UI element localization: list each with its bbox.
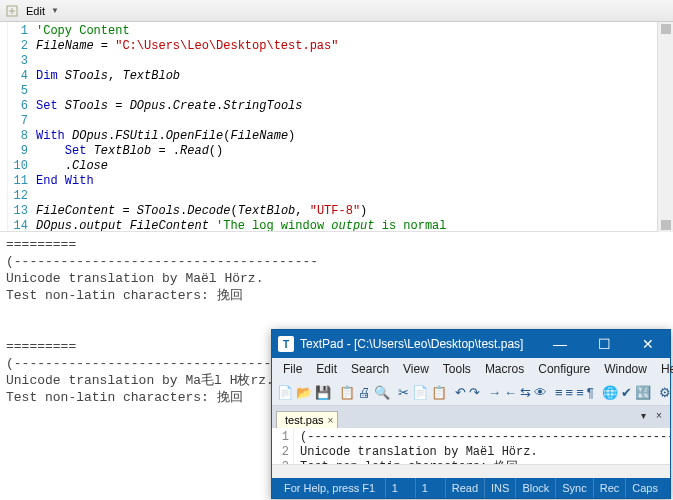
- toolbar-button[interactable]: 👁: [533, 383, 548, 403]
- tab-dropdown-icon[interactable]: ▾: [636, 408, 650, 422]
- code-area[interactable]: 'Copy ContentFileName = "C:\Users\Leo\De…: [32, 22, 673, 231]
- toolbar-button[interactable]: ⚙: [658, 383, 670, 403]
- toolbar-button[interactable]: ✂: [397, 383, 410, 403]
- menu-help[interactable]: Help: [654, 360, 673, 378]
- close-button[interactable]: ✕: [626, 330, 670, 358]
- toolbar-button[interactable]: ¶: [586, 383, 595, 403]
- status-sync: Sync: [555, 478, 592, 498]
- toolbar-button[interactable]: 🔣: [634, 383, 652, 403]
- chevron-down-icon[interactable]: ▼: [51, 6, 59, 15]
- menu-view[interactable]: View: [396, 360, 436, 378]
- toolbar-button[interactable]: 🖨: [357, 383, 372, 403]
- tab-close-all-icon[interactable]: ×: [652, 408, 666, 422]
- tab-label: test.pas: [285, 414, 324, 426]
- toolbar-button[interactable]: 📋: [338, 383, 356, 403]
- status-read: Read: [445, 478, 484, 498]
- textpad-title-text: TextPad - [C:\Users\Leo\Desktop\test.pas…: [300, 337, 523, 351]
- toolbar-button[interactable]: ≡: [565, 383, 575, 403]
- toolbar-button[interactable]: ←: [503, 383, 518, 403]
- toolbar-button[interactable]: ✔: [620, 383, 633, 403]
- toolbar-button[interactable]: ↷: [468, 383, 481, 403]
- editor-margin: [0, 22, 8, 231]
- textpad-tab[interactable]: test.pas ×: [276, 411, 338, 428]
- menu-search[interactable]: Search: [344, 360, 396, 378]
- toolbar-button[interactable]: ≡: [575, 383, 585, 403]
- menu-tools[interactable]: Tools: [436, 360, 478, 378]
- toolbar-button[interactable]: ↶: [454, 383, 467, 403]
- status-block: Block: [515, 478, 555, 498]
- textpad-line-numbers: 12345: [272, 428, 294, 464]
- status-ins: INS: [484, 478, 515, 498]
- maximize-button[interactable]: ☐: [582, 330, 626, 358]
- toolbar-button[interactable]: ≡: [554, 383, 564, 403]
- edit-menu-label[interactable]: Edit: [22, 5, 49, 17]
- status-line: 1: [385, 478, 415, 498]
- toolbar-button[interactable]: 💾: [314, 383, 332, 403]
- textpad-statusbar: For Help, press F111ReadINSBlockSyncRecC…: [272, 478, 670, 498]
- vertical-scrollbar[interactable]: [657, 22, 673, 232]
- textpad-window: T TextPad - [C:\Users\Leo\Desktop\test.p…: [271, 329, 671, 499]
- textpad-code-area[interactable]: (---------------------------------------…: [294, 428, 670, 464]
- toolbar-button[interactable]: 📋: [430, 383, 448, 403]
- toolbar-button[interactable]: 📄: [276, 383, 294, 403]
- textpad-body: 12345 (---------------------------------…: [272, 428, 670, 464]
- textpad-toolbar: 📄📂💾📋🖨🔍✂📄📋↶↷→←⇆👁≡≡≡¶🌐✔🔣⚙❓: [272, 380, 670, 406]
- textpad-h-scrollbar[interactable]: [272, 464, 670, 478]
- menu-configure[interactable]: Configure: [531, 360, 597, 378]
- minimize-button[interactable]: —: [538, 330, 582, 358]
- toolbar-button[interactable]: 🌐: [601, 383, 619, 403]
- menu-edit[interactable]: Edit: [309, 360, 344, 378]
- code-editor: 1234567891011121314151617 'Copy ContentF…: [0, 22, 673, 232]
- toolbar-button[interactable]: ⇆: [519, 383, 532, 403]
- textpad-app-icon: T: [278, 336, 294, 352]
- tab-close-icon[interactable]: ×: [328, 415, 334, 426]
- status-help: For Help, press F1: [278, 478, 385, 498]
- toolbar-button[interactable]: 🔍: [373, 383, 391, 403]
- menu-macros[interactable]: Macros: [478, 360, 531, 378]
- editor-toolbar: Edit ▼: [0, 0, 673, 22]
- status-col: 1: [415, 478, 445, 498]
- menu-file[interactable]: File: [276, 360, 309, 378]
- toolbar-button[interactable]: →: [487, 383, 502, 403]
- expand-icon[interactable]: [4, 3, 20, 19]
- toolbar-button[interactable]: 📄: [411, 383, 429, 403]
- status-caps: Caps: [625, 478, 664, 498]
- status-rec: Rec: [593, 478, 626, 498]
- toolbar-button[interactable]: 📂: [295, 383, 313, 403]
- menu-window[interactable]: Window: [597, 360, 654, 378]
- textpad-tabstrip: test.pas × ▾ ×: [272, 406, 670, 428]
- textpad-menubar: FileEditSearchViewToolsMacrosConfigureWi…: [272, 358, 670, 380]
- line-numbers: 1234567891011121314151617: [8, 22, 32, 231]
- textpad-titlebar[interactable]: T TextPad - [C:\Users\Leo\Desktop\test.p…: [272, 330, 670, 358]
